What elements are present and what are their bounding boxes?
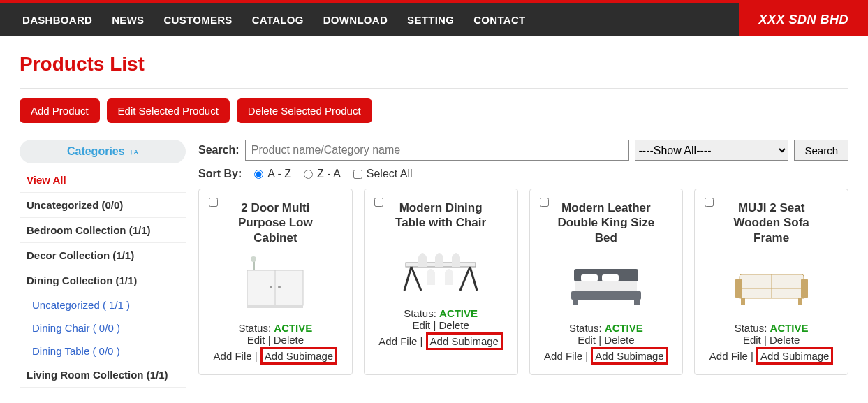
add-subimage-link[interactable]: Add Subimage [430,335,499,347]
svg-rect-5 [253,261,255,270]
add-subimage-link[interactable]: Add Subimage [265,350,333,362]
sidebar-item-dining[interactable]: Dining Collection (1/1) [20,268,186,293]
product-card: Modern Dining Table with Chair Status [364,189,518,375]
sort-az-icon: ↓A [130,147,138,156]
edit-link[interactable]: Edit [412,319,430,331]
svg-point-2 [270,286,272,288]
navbar: DASHBOARD NEWS CUSTOMERS CATALOG DOWNLOA… [0,3,868,36]
action-row: Add Product Edit Selected Product Delete… [20,98,848,123]
product-image [557,251,655,314]
sidebar-item-uncategorized[interactable]: Uncategorized (0/0) [20,193,186,218]
nav-setting[interactable]: SETTING [407,14,454,26]
svg-line-11 [470,267,477,291]
status-value: ACTIVE [274,322,312,334]
product-image [392,236,490,299]
status-value: ACTIVE [439,307,478,319]
svg-line-10 [460,267,470,291]
status-label: Status: [569,322,602,334]
product-checkbox[interactable] [209,198,218,207]
select-all-checkbox[interactable]: Select All [353,168,413,180]
product-title: MUJI 2 Seat Wooden Sofa Frame [716,200,827,245]
svg-point-6 [251,256,256,262]
svg-rect-23 [801,279,808,298]
nav-dashboard[interactable]: DASHBOARD [22,14,92,26]
svg-rect-17 [581,274,598,281]
page-title: Products List [20,53,848,75]
nav-news[interactable]: NEWS [112,14,144,26]
product-checkbox[interactable] [705,198,714,207]
delete-link[interactable]: Delete [439,319,469,331]
svg-rect-18 [602,274,619,281]
nav-download[interactable]: DOWNLOAD [323,14,388,26]
product-card: MUJI 2 Seat Wooden Sofa Frame Status: AC… [694,189,848,375]
search-button[interactable]: Search [794,140,848,161]
sidebar-sub-dining-chair[interactable]: Dining Chair ( 0/0 ) [20,316,186,339]
svg-rect-24 [741,298,745,305]
sort-az-input[interactable] [254,170,263,179]
sort-label: Sort By: [198,168,242,180]
add-file-link[interactable]: Add File [544,350,582,362]
filter-select[interactable]: ----Show All---- [635,140,788,161]
sidebar-item-view-all[interactable]: View All [20,168,186,193]
search-label: Search: [198,144,240,156]
delete-selected-button[interactable]: Delete Selected Product [237,98,372,123]
content-area: Search: ----Show All---- Search Sort By:… [198,140,848,375]
product-image [226,251,324,314]
divider [20,88,848,89]
svg-rect-16 [634,300,640,305]
delete-link[interactable]: Delete [274,334,304,346]
product-card: 2 Door Multi Purpose Low Cabinet Status:… [198,189,353,375]
brand-label: XXX SDN BHD [739,3,868,36]
product-title: Modern Dining Table with Chair [385,200,496,230]
sidebar-sub-dining-table[interactable]: Dining Table ( 0/0 ) [20,339,186,362]
status-value: ACTIVE [770,322,809,334]
product-title: Modern Leather Double King Size Bed [551,200,662,245]
status-value: ACTIVE [605,322,643,334]
svg-line-9 [411,267,421,291]
add-product-button[interactable]: Add Product [20,98,100,123]
delete-link[interactable]: Delete [604,334,634,346]
product-card: Modern Leather Double King Size Bed Stat… [529,189,684,375]
sort-az-radio[interactable]: A - Z [254,168,291,180]
add-subimage-link[interactable]: Add Subimage [595,350,663,362]
svg-rect-4 [247,305,303,308]
edit-link[interactable]: Edit [247,334,265,346]
svg-rect-14 [571,291,641,300]
svg-rect-22 [735,279,742,298]
categories-header[interactable]: Categories ↓A [20,140,186,163]
product-checkbox[interactable] [540,198,549,207]
select-all-input[interactable] [353,170,362,179]
edit-selected-button[interactable]: Edit Selected Product [107,98,230,123]
nav-customers[interactable]: CUSTOMERS [163,14,232,26]
sidebar-item-living-room[interactable]: Living Room Collection (1/1) [20,362,186,388]
product-grid: 2 Door Multi Purpose Low Cabinet Status:… [198,189,848,375]
svg-rect-15 [573,300,578,305]
status-label: Status: [735,322,767,334]
svg-rect-25 [798,298,802,305]
search-input[interactable] [245,140,630,161]
status-label: Status: [238,322,271,334]
add-file-link[interactable]: Add File [378,335,417,347]
product-checkbox[interactable] [374,198,383,207]
sort-za-input[interactable] [304,170,313,179]
nav-catalog[interactable]: CATALOG [252,14,304,26]
add-file-link[interactable]: Add File [709,350,748,362]
product-title: 2 Door Multi Purpose Low Cabinet [220,200,331,245]
svg-line-8 [404,267,411,291]
edit-link[interactable]: Edit [743,334,761,346]
sidebar: Categories ↓A View All Uncategorized (0/… [20,140,186,388]
svg-point-3 [278,286,281,288]
sidebar-item-decor[interactable]: Decor Collection (1/1) [20,243,186,268]
product-image [723,251,821,314]
delete-link[interactable]: Delete [770,334,800,346]
categories-label: Categories [67,145,125,157]
sidebar-sub-uncategorized[interactable]: Uncategorized ( 1/1 ) [20,293,186,316]
nav-contact[interactable]: CONTACT [473,14,525,26]
edit-link[interactable]: Edit [578,334,596,346]
sidebar-item-bedroom[interactable]: Bedroom Collection (1/1) [20,218,186,243]
sort-za-radio[interactable]: Z - A [304,168,341,180]
svg-rect-13 [575,281,637,291]
add-file-link[interactable]: Add File [214,350,252,362]
status-label: Status: [404,307,436,319]
add-subimage-link[interactable]: Add Subimage [760,350,829,362]
